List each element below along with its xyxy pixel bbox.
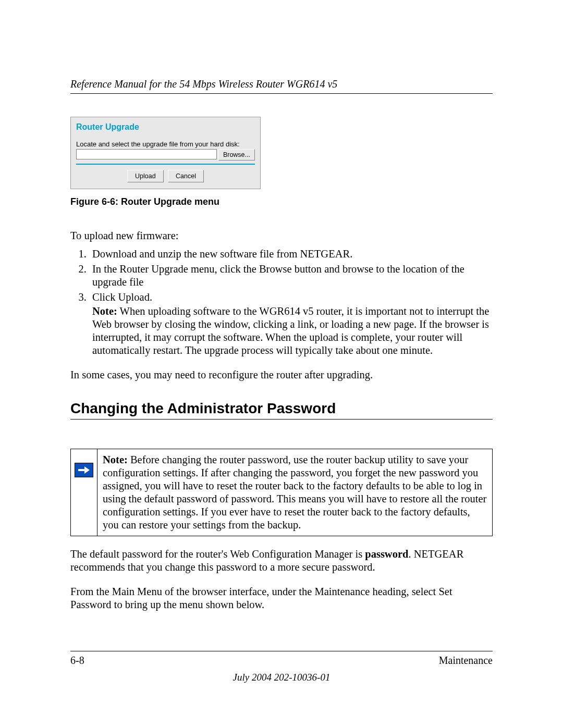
screenshot-title: Router Upgrade [76, 122, 255, 132]
upgrade-file-input[interactable] [76, 149, 217, 159]
footer-rule [70, 651, 493, 651]
footer-date-line: July 2004 202-10036-01 [70, 672, 493, 683]
section-heading: Changing the Administrator Password [70, 400, 493, 417]
step-3-text: Click Upload. [92, 291, 152, 303]
screenshot-instruction: Locate and select the upgrade file from … [76, 140, 255, 148]
pw-para-pre: The default password for the router's We… [70, 548, 365, 560]
post-list-paragraph: In some cases, you may need to reconfigu… [70, 368, 493, 381]
header-rule [70, 93, 493, 94]
default-password-paragraph: The default password for the router's We… [70, 548, 493, 574]
figure-caption: Figure 6-6: Router Upgrade menu [70, 196, 493, 207]
arrow-right-icon [75, 463, 93, 477]
step-2: In the Router Upgrade menu, click the Br… [89, 263, 493, 289]
note-box: Note: Before changing the router passwor… [70, 449, 493, 536]
note-text-cell: Note: Before changing the router passwor… [97, 449, 493, 536]
steps-list: Download and unzip the new software file… [70, 248, 493, 357]
note-icon-cell [71, 449, 97, 536]
intro-text: To upload new firmware: [70, 229, 493, 242]
step-1: Download and unzip the new software file… [89, 248, 493, 261]
pw-para-bold: password [365, 548, 408, 560]
last-paragraph: From the Main Menu of the browser interf… [70, 585, 493, 611]
router-upgrade-screenshot: Router Upgrade Locate and select the upg… [70, 117, 261, 189]
section-rule [70, 419, 493, 419]
step-3: Click Upload. Note: When uploading softw… [89, 291, 493, 357]
page-footer: 6-8 Maintenance July 2004 202-10036-01 [70, 651, 493, 683]
note-box-label: Note: [103, 454, 128, 465]
page-number: 6-8 [70, 655, 84, 667]
screenshot-divider [76, 164, 255, 165]
upload-button[interactable]: Upload [127, 170, 164, 182]
browse-button[interactable]: Browse... [218, 149, 255, 161]
step-3-note: Note: When uploading software to the WGR… [92, 305, 493, 357]
note-label: Note: [92, 305, 117, 317]
note-body: When uploading software to the WGR614 v5… [92, 305, 489, 356]
running-header: Reference Manual for the 54 Mbps Wireles… [70, 78, 493, 90]
footer-section: Maintenance [439, 655, 493, 667]
note-box-body: Before changing the router password, use… [103, 454, 486, 530]
cancel-button[interactable]: Cancel [168, 170, 204, 182]
